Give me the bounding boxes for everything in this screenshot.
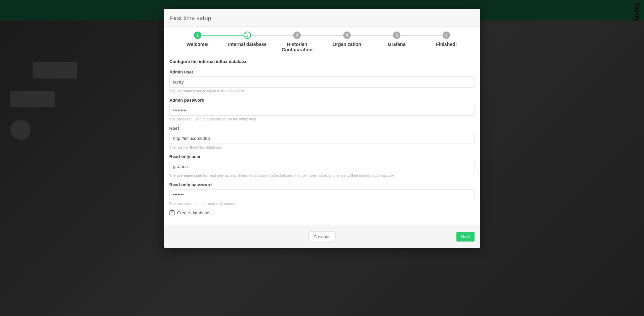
modal-footer: Previous Next — [164, 225, 480, 248]
step-connector — [347, 35, 397, 36]
create-database-checkbox[interactable] — [169, 210, 175, 215]
readonly-user-input[interactable] — [169, 161, 475, 172]
step-label: Welcome! — [187, 42, 209, 47]
host-label: Host — [169, 126, 475, 131]
admin-password-help: The password used to authenticate on the… — [169, 117, 475, 121]
previous-button[interactable]: Previous — [308, 231, 336, 242]
step-organization: 4 Organization — [322, 32, 371, 47]
create-database-row: Create database — [169, 210, 475, 215]
modal-title: First time setup — [170, 15, 474, 22]
step-connector — [198, 35, 247, 36]
step-label: Internal database — [228, 42, 266, 47]
readonly-password-label: Read only password — [169, 182, 475, 187]
bg-placeholder — [33, 62, 77, 78]
create-database-label: Create database — [177, 210, 209, 215]
readonly-user-help: The username used for read only access, … — [169, 173, 475, 177]
step-internal-database: 2 Internal database — [222, 32, 272, 47]
host-help: The host for the Influx database — [169, 145, 475, 149]
form-group-readonly-user: Read only user The username used for rea… — [169, 154, 475, 177]
admin-user-help: The username used to log in to the Influ… — [169, 89, 475, 93]
bg-placeholder — [10, 120, 31, 140]
step-label: Finished! — [436, 42, 457, 47]
section-title: Configure the internal influx database — [169, 59, 475, 64]
readonly-user-label: Read only user — [169, 154, 475, 159]
footer-spacer-right: Next — [411, 232, 475, 242]
form-group-admin-user: Admin user The username used to log in t… — [169, 69, 475, 93]
readonly-password-input[interactable] — [169, 189, 475, 200]
step-grafana: 5 Grafana — [372, 32, 422, 47]
admin-user-input[interactable] — [169, 76, 475, 88]
step-label: Historian Configuration — [275, 42, 319, 52]
step-connector — [297, 35, 347, 36]
step-label: Grafana — [388, 42, 406, 47]
step-circle: 6 — [443, 32, 450, 39]
step-circle: 4 — [343, 32, 351, 39]
step-finished: 6 Finished! — [422, 32, 471, 47]
step-circle: 3 — [293, 32, 301, 39]
form-group-host: Host The host for the Influx database — [169, 126, 475, 149]
bg-placeholder — [10, 91, 55, 107]
admin-password-label: Admin password — [169, 98, 475, 103]
step-connector — [397, 35, 446, 36]
form-group-admin-password: Admin password The password used to auth… — [169, 98, 475, 121]
modal-body: 1 Welcome! 2 Internal database 3 Histori… — [164, 27, 480, 225]
stepper: 1 Welcome! 2 Internal database 3 Histori… — [169, 32, 475, 52]
step-circle: 1 — [194, 32, 201, 39]
step-label: Organization — [333, 42, 361, 47]
readonly-password-help: The password used for read only access — [169, 202, 475, 206]
form-group-readonly-password: Read only password The password used for… — [169, 182, 475, 206]
modal-header: First time setup — [164, 9, 480, 27]
host-input[interactable] — [169, 133, 475, 144]
step-circle: 2 — [244, 32, 251, 39]
setup-modal: First time setup 1 Welcome! 2 Internal d… — [164, 9, 480, 248]
brand-logo: factry — [634, 3, 641, 22]
step-connector — [247, 35, 297, 36]
step-circle: 5 — [393, 32, 400, 39]
step-welcome: 1 Welcome! — [173, 32, 222, 47]
next-button[interactable]: Next — [456, 232, 475, 242]
admin-user-label: Admin user — [169, 69, 475, 74]
admin-password-input[interactable] — [169, 105, 475, 116]
